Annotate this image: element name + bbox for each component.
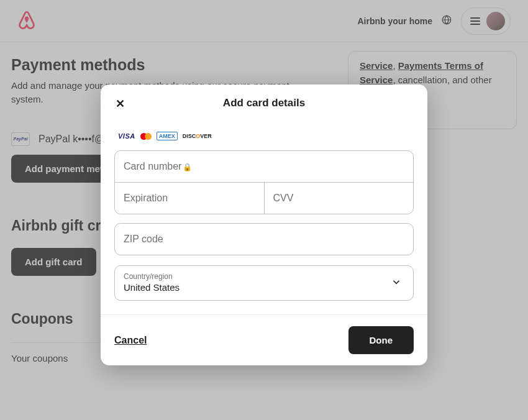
card-brand-row: VISA AMEX DISCOVER	[118, 132, 414, 140]
card-fields: Card number🔒 Expiration CVV	[114, 150, 414, 214]
card-number-placeholder: Card number	[124, 161, 181, 171]
card-number-input[interactable]: Card number🔒	[115, 151, 413, 182]
done-button[interactable]: Done	[348, 326, 414, 354]
country-select[interactable]: Country/region United States	[114, 265, 414, 301]
modal-header: ✕ Add card details	[101, 84, 427, 122]
visa-icon: VISA	[118, 132, 135, 140]
discover-icon: DISCOVER	[183, 132, 212, 140]
chevron-down-icon	[391, 276, 402, 290]
amex-icon: AMEX	[157, 132, 178, 140]
modal-title: Add card details	[223, 97, 305, 109]
lock-icon: 🔒	[183, 163, 192, 171]
close-icon[interactable]: ✕	[113, 97, 127, 111]
add-card-modal: ✕ Add card details VISA AMEX DISCOVER Ca…	[101, 84, 427, 365]
cvv-input[interactable]: CVV	[264, 182, 414, 214]
country-value: United States	[124, 282, 404, 293]
mastercard-icon	[140, 132, 152, 140]
expiration-input[interactable]: Expiration	[115, 182, 264, 214]
zip-input[interactable]: ZIP code	[115, 224, 413, 255]
country-label: Country/region	[124, 272, 404, 281]
modal-footer: Cancel Done	[101, 314, 427, 365]
cancel-button[interactable]: Cancel	[114, 335, 147, 346]
